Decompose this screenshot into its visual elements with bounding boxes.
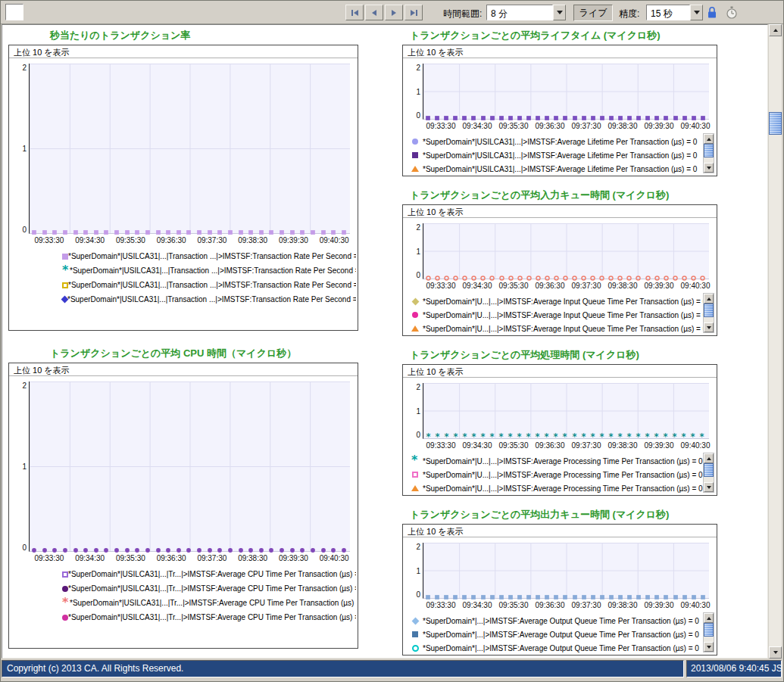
legend-marker-cell: [408, 152, 423, 158]
legend-item[interactable]: *SuperDomain*|USILCA31|...|Tr...|>IMSTSF…: [62, 596, 356, 610]
data-point-marker: [673, 116, 678, 120]
y-axis: 210: [12, 381, 29, 552]
plot-area[interactable]: [29, 64, 350, 234]
legend-item[interactable]: *SuperDomain*|USILCA31|...|Transaction .…: [62, 292, 356, 307]
legend-label: *SuperDomain*|USILCA31|...|Transaction .…: [67, 295, 356, 304]
legend-item[interactable]: *SuperDomain*|...|>IMSTSF:Average Output…: [408, 614, 715, 628]
legend-item[interactable]: *SuperDomain*|USILCA31|...|Transaction .…: [62, 249, 356, 263]
data-point-marker: [609, 116, 614, 120]
x-axis-tick-label: 09:40:30: [314, 236, 355, 245]
chart-subtitle: 上位 10 を表示: [403, 205, 717, 218]
scrollbar-track[interactable]: [704, 463, 714, 482]
first-button[interactable]: [345, 5, 364, 20]
time-range-dropdown-button[interactable]: [553, 5, 566, 20]
legend-item[interactable]: *SuperDomain*|...|>IMSTSF:Average Output…: [408, 641, 715, 653]
data-point-marker: [564, 595, 568, 599]
next-button[interactable]: [385, 5, 403, 20]
data-point-marker: [627, 595, 632, 599]
data-point-marker: [564, 116, 568, 120]
legend-item[interactable]: *SuperDomain*|U...|...|>IMSTSF:Average I…: [408, 308, 715, 322]
scroll-down-button[interactable]: [704, 482, 714, 492]
legend-scrollbar[interactable]: [703, 453, 714, 493]
plot-area[interactable]: [423, 383, 709, 439]
data-point-marker: [591, 595, 595, 599]
data-point-marker: [581, 434, 586, 440]
data-point-marker: [526, 116, 531, 120]
legend-marker-cell: [408, 139, 423, 145]
legend-label: *SuperDomain*|USILCA31|...|Transaction .…: [70, 266, 356, 275]
scrollbar-thumb[interactable]: [704, 623, 714, 637]
vertical-scrollbar[interactable]: [769, 24, 782, 659]
scrollbar-thumb[interactable]: [769, 112, 782, 135]
scroll-up-button[interactable]: [769, 24, 782, 36]
data-point-marker: [426, 116, 430, 120]
last-button[interactable]: [404, 5, 423, 20]
data-point-marker: [600, 595, 604, 599]
resolution-dropdown-button[interactable]: [690, 5, 703, 20]
legend-item[interactable]: *SuperDomain*|U...|...|>IMSTSF:Average P…: [408, 481, 715, 494]
scrollbar-track[interactable]: [769, 36, 782, 646]
scrollbar-track[interactable]: [704, 304, 714, 322]
scrollbar-thumb[interactable]: [704, 463, 714, 477]
scroll-up-button[interactable]: [704, 134, 714, 144]
data-point-marker: [83, 548, 88, 553]
live-button[interactable]: ライブ: [573, 5, 613, 21]
chart-plot-region: 210: [9, 376, 358, 552]
scrollbar-thumb[interactable]: [704, 304, 714, 317]
scroll-up-button[interactable]: [704, 294, 714, 304]
legend-item[interactable]: *SuperDomain*|USILCA31|...|Tr...|>IMSTSF…: [62, 581, 356, 596]
legend-scrollbar[interactable]: [703, 612, 714, 652]
x-axis-tick-label: 09:40:30: [677, 122, 714, 131]
chart-title: トランザクションごとの平均入力キュー時間 (マイクロ秒): [402, 186, 717, 204]
legend-item[interactable]: *SuperDomain*|USILCA31|...|>IMSTSF:Avera…: [408, 162, 715, 174]
data-point-marker: [217, 230, 222, 235]
x-axis-tick-label: 09:35:30: [495, 282, 532, 291]
data-point-marker: [481, 116, 486, 120]
scroll-down-button[interactable]: [769, 646, 782, 659]
legend-item[interactable]: *SuperDomain*|U...|...|>IMSTSF:Average I…: [408, 294, 715, 308]
plot-area[interactable]: [29, 381, 350, 552]
data-point-marker: [692, 116, 696, 120]
time-range-value[interactable]: 8 分: [486, 5, 553, 20]
toolbar-left-panel[interactable]: [5, 4, 23, 20]
stopwatch-icon[interactable]: [726, 6, 738, 19]
lock-icon[interactable]: [707, 6, 717, 19]
scrollbar-track[interactable]: [704, 623, 714, 642]
data-point-marker: [435, 276, 439, 280]
legend-item[interactable]: *SuperDomain*|USILCA31|...|>IMSTSF:Avera…: [408, 148, 715, 162]
legend-item[interactable]: *SuperDomain*|USILCA31|...|>IMSTSF:Avera…: [408, 135, 715, 148]
legend-item[interactable]: *SuperDomain*|USILCA31|...|Tr...|>IMSTSF…: [62, 567, 356, 581]
data-point-marker: [135, 230, 139, 235]
legend-scrollbar[interactable]: [703, 133, 714, 173]
scroll-up-button[interactable]: [704, 453, 714, 463]
scroll-down-button[interactable]: [704, 163, 714, 173]
legend-item[interactable]: *SuperDomain*|...|>IMSTSF:Average Output…: [408, 628, 715, 641]
legend-item[interactable]: *SuperDomain*|U...|...|>IMSTSF:Average P…: [408, 454, 715, 468]
scrollbar-thumb[interactable]: [704, 144, 714, 157]
resolution-select[interactable]: 15 秒: [646, 5, 703, 20]
scroll-down-button[interactable]: [704, 642, 714, 652]
data-point-marker: [463, 276, 467, 280]
legend-item[interactable]: *SuperDomain*|USILCA31|...|Transaction .…: [62, 263, 356, 278]
time-range-select[interactable]: 8 分: [486, 5, 566, 20]
legend-item[interactable]: *SuperDomain*|USILCA31|...|Tr...|>IMSTSF…: [62, 610, 356, 624]
series-marker-icon: [412, 472, 418, 478]
legend-scrollbar[interactable]: [703, 293, 714, 333]
data-point-marker: [618, 116, 623, 120]
legend-item[interactable]: *SuperDomain*|U...|...|>IMSTSF:Average P…: [408, 468, 715, 481]
scroll-up-button[interactable]: [704, 613, 714, 623]
previous-button[interactable]: [365, 5, 383, 20]
scrollbar-track[interactable]: [704, 144, 714, 163]
scroll-down-button[interactable]: [704, 322, 714, 332]
x-axis-tick-label: 09:36:30: [151, 236, 192, 245]
resolution-value[interactable]: 15 秒: [646, 5, 690, 20]
legend-item[interactable]: *SuperDomain*|U...|...|>IMSTSF:Average I…: [408, 322, 715, 334]
legend-item[interactable]: *SuperDomain*|USILCA31|...|Transaction .…: [62, 278, 356, 292]
data-point-marker: [508, 595, 513, 599]
plot-area[interactable]: [423, 223, 709, 279]
time-navigation-group: [345, 5, 423, 20]
plot-area[interactable]: [423, 64, 709, 120]
data-point-marker: [563, 434, 568, 440]
plot-area[interactable]: [423, 543, 709, 599]
x-axis-tick-label: 09:34:30: [70, 554, 111, 563]
